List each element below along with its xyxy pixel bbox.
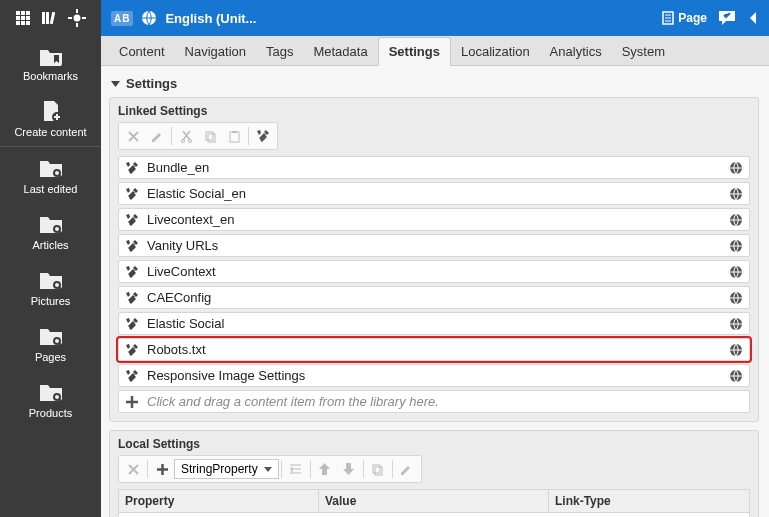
sidebar-header bbox=[0, 0, 101, 36]
collapse-triangle-icon bbox=[111, 79, 120, 88]
indent-icon bbox=[284, 458, 308, 480]
tab-analytics[interactable]: Analytics bbox=[540, 38, 612, 65]
bookmark-folder-icon bbox=[38, 46, 64, 66]
svg-rect-3 bbox=[16, 16, 20, 20]
svg-rect-11 bbox=[49, 12, 54, 24]
local-settings-toolbar: StringProperty bbox=[118, 455, 422, 483]
language-badge[interactable]: AB bbox=[111, 11, 133, 26]
linked-settings-row[interactable]: LiveContext bbox=[118, 260, 750, 283]
chevron-left-icon[interactable] bbox=[747, 10, 759, 26]
edit-icon bbox=[395, 458, 419, 480]
tab-navigation[interactable]: Navigation bbox=[175, 38, 256, 65]
cut-icon bbox=[174, 125, 198, 147]
linked-settings-title: Linked Settings bbox=[118, 104, 750, 122]
edit-icon bbox=[145, 125, 169, 147]
sidebar-item-last-edited[interactable]: Last edited bbox=[0, 147, 101, 203]
library-icon[interactable] bbox=[41, 10, 59, 26]
tools-icon bbox=[125, 239, 139, 253]
globe-icon bbox=[729, 239, 743, 253]
add-icon[interactable] bbox=[150, 458, 174, 480]
separator bbox=[171, 127, 172, 145]
sidebar-item-label: Last edited bbox=[24, 183, 78, 195]
local-settings-title: Local Settings bbox=[118, 437, 750, 455]
linked-settings-row[interactable]: Robots.txt bbox=[118, 338, 750, 361]
sidebar-item-label: Pictures bbox=[31, 295, 71, 307]
linked-settings-list: Bundle_enElastic Social_enLivecontext_en… bbox=[118, 156, 750, 413]
globe-icon bbox=[729, 343, 743, 357]
svg-rect-4 bbox=[21, 16, 25, 20]
linked-settings-panel: Linked Settings Bundle_enElastic Social_… bbox=[109, 97, 759, 422]
separator bbox=[310, 460, 311, 478]
row-label: Bundle_en bbox=[147, 160, 721, 175]
row-label: Robots.txt bbox=[147, 342, 721, 357]
globe-icon bbox=[729, 213, 743, 227]
svg-rect-38 bbox=[232, 131, 237, 133]
sidebar-item-products[interactable]: Products bbox=[0, 371, 101, 427]
sidebar: Bookmarks Create content Last edited Art… bbox=[0, 0, 101, 517]
linked-settings-row[interactable]: Vanity URLs bbox=[118, 234, 750, 257]
apps-icon[interactable] bbox=[15, 10, 31, 26]
tab-localization[interactable]: Localization bbox=[451, 38, 540, 65]
tools-icon bbox=[125, 265, 139, 279]
globe-icon bbox=[729, 161, 743, 175]
tab-tags[interactable]: Tags bbox=[256, 38, 303, 65]
sidebar-item-label: Articles bbox=[32, 239, 68, 251]
tools-icon bbox=[125, 317, 139, 331]
language-label[interactable]: English (Unit... bbox=[165, 11, 256, 26]
globe-icon bbox=[141, 10, 157, 26]
linked-settings-row[interactable]: Responsive Image Settings bbox=[118, 364, 750, 387]
linked-settings-row[interactable]: Bundle_en bbox=[118, 156, 750, 179]
svg-rect-6 bbox=[16, 21, 20, 25]
tab-system[interactable]: System bbox=[612, 38, 675, 65]
tab-content[interactable]: Content bbox=[109, 38, 175, 65]
folder-search-icon bbox=[38, 269, 64, 291]
folder-search-icon bbox=[38, 213, 64, 235]
row-label: Vanity URLs bbox=[147, 238, 721, 253]
linked-settings-row[interactable]: Elastic Social_en bbox=[118, 182, 750, 205]
main: AB English (Unit... Page bbox=[101, 0, 769, 517]
tools-icon bbox=[125, 161, 139, 175]
sidebar-item-articles[interactable]: Articles bbox=[0, 203, 101, 259]
local-settings-grid: Property Value Link-Type ⊟... hideBreadc… bbox=[118, 489, 750, 517]
separator bbox=[392, 460, 393, 478]
tools-icon bbox=[125, 343, 139, 357]
sidebar-item-pictures[interactable]: Pictures bbox=[0, 259, 101, 315]
separator bbox=[281, 460, 282, 478]
property-type-select[interactable]: StringProperty bbox=[174, 459, 279, 479]
speech-bubble-icon[interactable] bbox=[717, 9, 737, 27]
linked-settings-row[interactable]: CAEConfig bbox=[118, 286, 750, 309]
paste-icon bbox=[222, 125, 246, 147]
globe-icon bbox=[729, 317, 743, 331]
svg-rect-36 bbox=[208, 134, 215, 142]
svg-rect-2 bbox=[26, 11, 30, 15]
header: AB English (Unit... Page bbox=[101, 0, 769, 36]
sidebar-item-label: Pages bbox=[35, 351, 66, 363]
tools-icon[interactable] bbox=[251, 125, 275, 147]
sidebar-item-pages[interactable]: Pages bbox=[0, 315, 101, 371]
col-link-type[interactable]: Link-Type bbox=[549, 490, 749, 512]
col-property[interactable]: Property bbox=[119, 490, 319, 512]
svg-rect-35 bbox=[206, 132, 213, 140]
tab-settings[interactable]: Settings bbox=[378, 37, 451, 66]
drop-hint-row[interactable]: Click and drag a content item from the l… bbox=[118, 390, 750, 413]
move-down-icon bbox=[337, 458, 361, 480]
move-up-icon bbox=[313, 458, 337, 480]
tab-metadata[interactable]: Metadata bbox=[303, 38, 377, 65]
sidebar-item-create-content[interactable]: Create content bbox=[0, 90, 101, 146]
svg-point-34 bbox=[188, 139, 191, 142]
svg-point-12 bbox=[74, 16, 79, 21]
col-value[interactable]: Value bbox=[319, 490, 549, 512]
svg-rect-7 bbox=[21, 21, 25, 25]
svg-rect-9 bbox=[42, 12, 45, 24]
content-area: Settings Linked Settings Bundle_enElasti… bbox=[101, 66, 769, 517]
row-label: Livecontext_en bbox=[147, 212, 721, 227]
grid-root-row[interactable]: ⊟... bbox=[119, 513, 749, 517]
target-icon[interactable] bbox=[68, 9, 86, 27]
delete-icon bbox=[121, 125, 145, 147]
sidebar-item-label: Bookmarks bbox=[23, 70, 78, 82]
page-indicator[interactable]: Page bbox=[662, 11, 707, 25]
sidebar-item-bookmarks[interactable]: Bookmarks bbox=[0, 36, 101, 90]
linked-settings-row[interactable]: Livecontext_en bbox=[118, 208, 750, 231]
section-title-row[interactable]: Settings bbox=[109, 72, 759, 97]
linked-settings-row[interactable]: Elastic Social bbox=[118, 312, 750, 335]
